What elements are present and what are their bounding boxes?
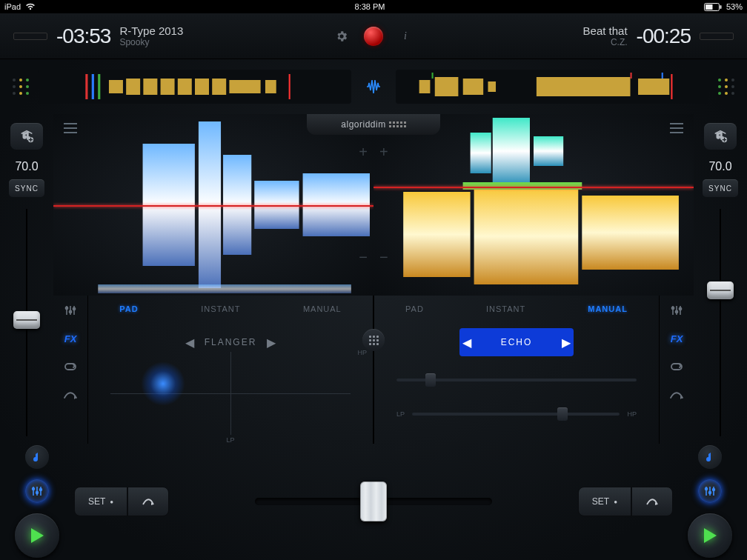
waveform-mode-icon[interactable]	[365, 79, 382, 94]
svg-point-49	[40, 489, 42, 491]
deck-a-title[interactable]: R-Type 2013	[119, 24, 183, 37]
svg-rect-39	[463, 182, 582, 190]
xy-touchpoint-a	[141, 361, 185, 406]
fx-prev-b[interactable]: ◀	[462, 336, 471, 350]
battery-percent: 53%	[726, 2, 743, 11]
svg-rect-17	[435, 77, 459, 96]
main-waveform-a[interactable]: + −	[53, 114, 374, 296]
bpm-a[interactable]: 70.0	[15, 160, 38, 173]
deck-b-artist: C.Z.	[583, 37, 628, 47]
fx-tab-manual-a[interactable]: MANUAL	[303, 304, 342, 313]
overview-waveform-b[interactable]	[396, 70, 708, 104]
svg-point-52	[713, 489, 715, 491]
fx-slider-2-b[interactable]	[412, 413, 620, 416]
main-area: 70.0 SYNC algoriddim + −	[0, 114, 747, 444]
fx-prev-a[interactable]: ◀	[185, 336, 194, 350]
library-button-b[interactable]	[704, 123, 737, 150]
fx-tab-instant-b[interactable]: INSTANT	[486, 304, 525, 313]
xy-pad-a[interactable]: HP LP	[110, 352, 351, 435]
track-header: -03:53 R-Type 2013 Spooky i Beat that C.…	[0, 13, 747, 59]
svg-rect-23	[432, 73, 434, 79]
cue-jump-b[interactable]	[631, 487, 673, 516]
main-waveform-b[interactable]: + −	[374, 114, 694, 296]
fx-next-b[interactable]: ▶	[562, 336, 571, 350]
record-button[interactable]	[364, 27, 383, 46]
crossfader[interactable]	[255, 485, 492, 518]
panel-switcher-button[interactable]	[362, 329, 385, 351]
fx-tab-manual-b[interactable]: MANUAL	[588, 304, 628, 313]
mixer-icon-a[interactable]	[60, 301, 81, 319]
play-button-a[interactable]	[15, 513, 59, 558]
cue-set-b[interactable]: SET●	[578, 487, 631, 516]
beat-grid-a	[10, 79, 31, 95]
level-meter-b	[700, 33, 734, 40]
svg-rect-36	[403, 192, 470, 277]
fx-strip-a: FX	[53, 296, 87, 444]
eq-button-a[interactable]	[25, 479, 49, 503]
eq-button-b[interactable]	[698, 479, 722, 503]
svg-point-42	[73, 307, 75, 310]
settings-icon[interactable]	[333, 27, 351, 45]
svg-point-51	[709, 492, 711, 494]
svg-rect-18	[463, 79, 483, 95]
svg-point-43	[671, 307, 674, 309]
sync-button-a[interactable]: SYNC	[9, 179, 44, 197]
deck-b-title[interactable]: Beat that	[583, 24, 628, 37]
pitch-slider-a[interactable]	[13, 209, 40, 436]
loop-icon-a[interactable]	[60, 358, 81, 376]
fx-tab-pad-b[interactable]: PAD	[405, 304, 424, 313]
play-button-b[interactable]	[688, 513, 732, 558]
pitch-slider-b[interactable]	[707, 209, 734, 436]
mixer-icon-b[interactable]	[666, 301, 687, 319]
svg-rect-13	[229, 80, 260, 93]
svg-point-41	[69, 310, 71, 313]
svg-rect-5	[98, 74, 100, 99]
svg-rect-16	[419, 80, 431, 93]
svg-point-44	[675, 310, 677, 313]
bpm-b[interactable]: 70.0	[708, 160, 731, 173]
transport-bar: SET● SET●	[0, 444, 747, 559]
info-icon[interactable]: i	[396, 27, 414, 45]
statusbar-clock: 8:38 PM	[355, 2, 385, 11]
fx-name-a: FLANGER	[205, 337, 257, 347]
svg-rect-25	[662, 73, 663, 79]
svg-point-45	[679, 307, 681, 310]
deck-b-time: -00:25	[637, 24, 691, 48]
fx-toggle-a[interactable]: FX	[60, 330, 81, 347]
beat-grid-b	[716, 79, 737, 95]
level-meter-a	[13, 33, 47, 40]
fx-panel-a: PAD INSTANT MANUAL ◀ FLANGER ▶ HP LP	[87, 296, 374, 444]
svg-rect-32	[98, 284, 351, 293]
svg-rect-3	[85, 74, 87, 99]
sync-button-b[interactable]: SYNC	[703, 179, 738, 197]
battery-icon	[704, 3, 722, 11]
bounce-icon-a[interactable]	[60, 386, 81, 404]
cue-jump-a[interactable]	[127, 487, 169, 516]
svg-point-50	[706, 488, 708, 490]
fx-tab-instant-a[interactable]: INSTANT	[201, 304, 240, 313]
svg-rect-15	[289, 74, 290, 99]
deck-b-sidebar: 70.0 SYNC	[694, 114, 747, 444]
bounce-icon-b[interactable]	[666, 386, 687, 404]
waveform-overview-row	[0, 59, 747, 114]
deck-a-time: -03:53	[56, 24, 110, 48]
svg-rect-14	[265, 80, 276, 93]
cue-controls-b: SET●	[578, 487, 673, 516]
loop-icon-b[interactable]	[666, 358, 687, 376]
cue-monitor-b[interactable]	[698, 445, 722, 469]
library-button-a[interactable]	[10, 123, 43, 150]
svg-rect-1	[706, 4, 713, 10]
overview-waveform-a[interactable]	[39, 70, 351, 104]
fx-next-a[interactable]: ▶	[267, 336, 276, 350]
cue-monitor-a[interactable]	[25, 445, 49, 469]
brand-logo: algoriddim	[307, 114, 440, 135]
deck-a-sidebar: 70.0 SYNC	[0, 114, 53, 444]
crossfader-handle[interactable]	[360, 481, 387, 521]
fx-tab-pad-a[interactable]: PAD	[119, 304, 138, 313]
fx-toggle-b[interactable]: FX	[666, 330, 687, 347]
cue-set-a[interactable]: SET●	[74, 487, 127, 516]
svg-rect-38	[582, 196, 679, 270]
fx-slider-1-b[interactable]	[396, 379, 637, 381]
wifi-icon	[25, 3, 36, 10]
svg-rect-24	[631, 73, 632, 79]
